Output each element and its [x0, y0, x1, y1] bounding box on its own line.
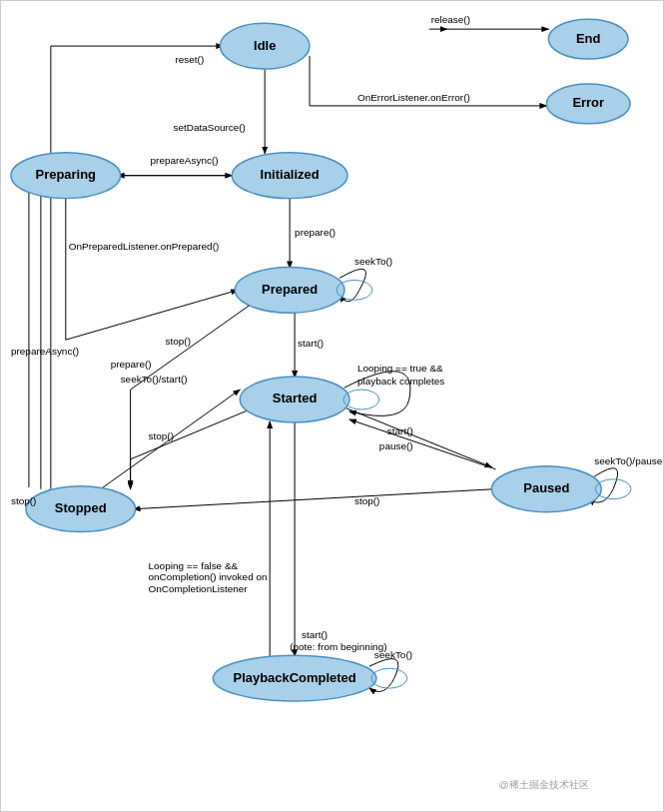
label-onerror: OnErrorListener.onError(): [357, 92, 470, 103]
state-stopped-label: Stopped: [55, 500, 107, 515]
label-prepare1: prepare(): [295, 227, 335, 238]
diagram-container: Idle End Error Initialized Preparing Pre…: [0, 0, 664, 812]
label-note-beginning: (note: from beginning): [290, 641, 386, 652]
label-seekto-prepared: seekTo(): [354, 256, 392, 267]
label-seekto-pause: seekTo()/pause(): [594, 455, 663, 466]
state-playback-label: PlaybackCompleted: [234, 670, 356, 685]
state-initialized-label: Initialized: [261, 167, 320, 182]
label-looping-false1: Looping == false &&: [149, 560, 239, 571]
state-prepared-label: Prepared: [262, 282, 318, 297]
label-looping-false2: onCompletion() invoked on: [149, 571, 268, 582]
label-prepareasync1: prepareAsync(): [151, 155, 219, 166]
state-idle-label: Idle: [254, 38, 276, 53]
label-start-playback: start(): [302, 629, 328, 640]
state-paused-label: Paused: [523, 480, 569, 495]
svg-line-9: [134, 489, 494, 509]
label-reset: reset(): [175, 54, 204, 65]
label-start-paused: start(): [387, 425, 413, 436]
label-prepareasync2: prepareAsync(): [11, 346, 79, 357]
state-preparing-label: Preparing: [36, 167, 97, 182]
watermark: @稀土掘金技术社区: [498, 779, 588, 790]
label-playback-completes: playback completes: [357, 376, 444, 387]
label-start-prepared: start(): [298, 338, 324, 349]
label-setdatasource: setDataSource(): [173, 122, 245, 133]
state-error-label: Error: [572, 95, 604, 110]
label-stop-paused: stop(): [354, 495, 379, 506]
state-started-label: Started: [273, 391, 318, 406]
label-looping-true: Looping == true &&: [357, 363, 443, 374]
label-seekto-start: seekTo()/start(): [121, 374, 188, 385]
label-onprepared: OnPreparedListener.onPrepared(): [69, 241, 220, 252]
label-seekto-playback: seekTo(): [374, 649, 412, 660]
label-release: release(): [431, 14, 470, 25]
label-prepare2: prepare(): [111, 359, 152, 370]
label-pause: pause(): [379, 440, 413, 451]
state-end-label: End: [576, 31, 601, 46]
label-looping-false3: OnCompletionListener: [149, 583, 249, 594]
label-stop-prepared: stop(): [166, 336, 191, 347]
label-stop-started: stop(): [149, 430, 174, 441]
label-stop-left: stop(): [11, 495, 36, 506]
